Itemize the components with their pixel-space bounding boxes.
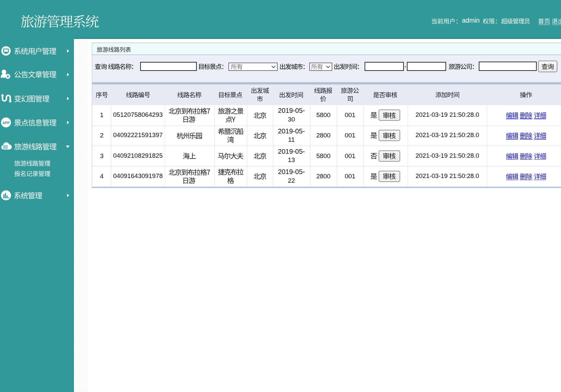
svg-text:APP: APP: [2, 120, 10, 124]
